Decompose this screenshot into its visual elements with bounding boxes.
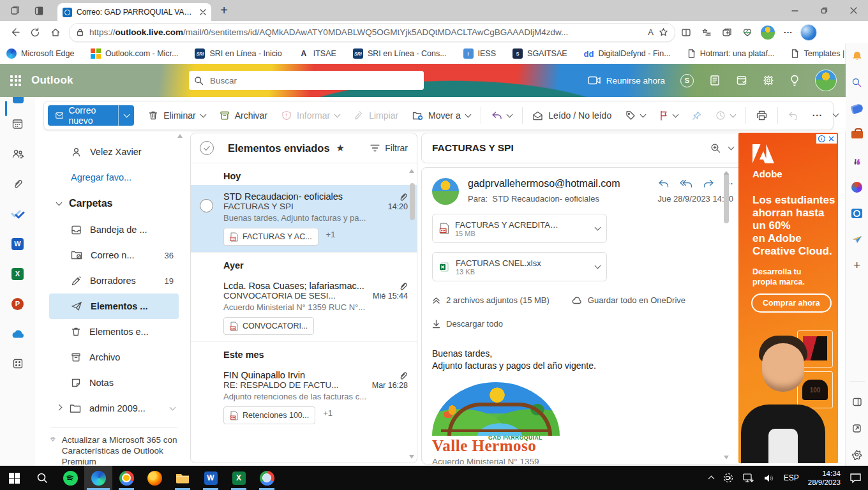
message-row-3[interactable]: FIN Quinapallo Irvin RE: RESPALDO DE FAC… [191,364,417,431]
reading-scroll-up[interactable] [724,171,729,175]
pin-button[interactable] [685,104,708,127]
attachment-menu-icon[interactable] [595,225,601,231]
bookmark-iess[interactable]: I IESS [463,48,497,59]
ad-cta-button[interactable]: Comprar ahora [751,293,832,313]
powerpoint-app-icon[interactable]: P [9,295,27,313]
print-button[interactable] [750,104,774,127]
browser-tab[interactable]: Correo: GAD PARROQUIAL VALLE [57,3,211,21]
taskbar-chrome-profile-icon[interactable] [253,466,281,490]
new-mail-dropdown[interactable] [118,105,134,126]
reply-all-icon[interactable] [680,179,692,188]
skype-icon[interactable]: S [680,74,694,87]
attachment-chip[interactable]: FACTURAS Y AC... [223,228,318,246]
folder-scroll-up[interactable] [177,134,183,138]
action-center-icon[interactable] [849,473,862,484]
word-app-icon[interactable]: W [9,235,27,253]
tab-close-icon[interactable] [200,9,206,15]
folder-junk[interactable]: Correo n... 36 [49,242,179,268]
reply-button[interactable] [485,104,518,127]
bookmark-sgaitsae[interactable]: S SGAITSAE [513,48,567,59]
folder-deleted-items[interactable]: Elementos e... [49,319,179,345]
sidebar-toolbox-icon[interactable] [849,127,865,142]
volume-icon[interactable] [763,473,775,483]
new-mail-button[interactable]: Correo nuevo [48,105,118,126]
ad-info-icon[interactable] [818,135,826,143]
account-avatar[interactable] [815,70,837,91]
sidebar-shopping-icon[interactable] [849,101,865,116]
expand-folder-icon[interactable] [56,405,63,411]
attachment-menu-icon[interactable] [595,263,601,269]
refresh-icon[interactable] [26,23,45,42]
folder-drafts[interactable]: Borradores 19 [49,268,179,293]
sidebar-m365-icon[interactable] [849,179,865,195]
upgrade-premium-link[interactable]: Actualizar a Microsoft 365 con Caracterí… [50,427,177,467]
favorite-star-icon[interactable] [659,27,668,37]
close-button[interactable] [839,0,868,21]
collections-icon[interactable] [697,23,716,42]
sidebar-outlook-icon[interactable] [849,205,865,221]
message-row-2[interactable]: Lcda. Rosa Cuases; lafariasmac... CONVOC… [191,274,417,342]
zoom-icon[interactable] [710,143,721,154]
folder-dropdown-icon[interactable] [170,405,176,411]
tab-groups-icon[interactable] [717,23,737,42]
message-row-1[interactable]: STD Recaudacion- eoficiales FACTURAS Y S… [191,185,417,253]
download-all-button[interactable]: Descargar todo [432,319,733,329]
sidebar-designer-icon[interactable] [849,232,865,247]
message-select-circle[interactable] [200,199,213,212]
more-attachments-badge[interactable]: +1 [326,230,336,239]
start-button[interactable] [0,466,28,490]
tray-meet-icon[interactable] [722,473,734,483]
taskbar-search-icon[interactable] [28,466,56,490]
bookmark-sri-inicio[interactable]: SRI SRI en Línea - Inicio [195,48,281,59]
ad-banner[interactable]: Adobe Los estudiantes ahorran hasta un 6… [738,133,838,463]
more-commands-button[interactable]: ... [806,101,829,130]
profile-avatar[interactable] [758,23,777,42]
attachment-card-xlsx[interactable]: FACTURAS CNEL.xlsx 13 KB [432,252,607,281]
taskbar-excel-icon[interactable]: X [225,466,253,490]
tab-actions-icon[interactable] [29,3,49,19]
favorite-folder-star-icon[interactable]: ★ [336,142,345,154]
save-onedrive-button[interactable]: Guardar todo en OneDrive [571,295,685,305]
sidebar-split-icon[interactable] [849,394,865,410]
notes-feed-icon[interactable] [709,75,721,86]
collapse-ribbon-icon[interactable] [833,111,839,117]
forward-icon[interactable] [703,179,714,188]
list-scrollbar[interactable] [410,183,415,220]
to-recipient[interactable]: STD Recaudacion- eoficiales [492,194,599,204]
calendar-module-icon[interactable] [9,115,27,133]
folder-notes[interactable]: Notas [49,370,179,396]
taskbar-chrome-icon[interactable] [112,466,140,490]
app-launcher-icon[interactable] [10,75,21,86]
reply-icon[interactable] [658,179,670,188]
sidebar-games-icon[interactable] [849,153,865,168]
url-field[interactable]: https://outlook.live.com/mail/0/sentitem… [69,23,675,42]
new-mail-split-button[interactable]: Correo nuevo [48,105,134,126]
categorize-button[interactable] [619,104,652,127]
browser-essentials-icon[interactable] [738,23,757,42]
reading-scroll-down[interactable] [724,456,729,459]
move-to-button[interactable]: Mover a [406,104,477,127]
browser-more-icon[interactable]: ... [779,21,798,44]
list-scroll-up[interactable] [409,169,414,173]
bookmark-sri-consultas[interactable]: SRI SRI en Línea - Cons... [353,48,447,59]
sidebar-add-icon[interactable]: + [849,258,865,273]
more-attachments-badge[interactable]: +1 [323,408,333,418]
sidebar-search-icon[interactable] [849,75,865,90]
read-unread-button[interactable]: Leído / No leído [526,104,618,127]
folders-section-header[interactable]: Carpetas [49,190,190,217]
todo-app-icon[interactable] [9,205,27,223]
back-icon[interactable] [5,23,24,42]
select-all-icon[interactable] [200,141,214,155]
bookmark-hotmart[interactable]: Hotmart: una plataf... [687,49,775,58]
ad-close-icon[interactable] [827,135,835,143]
list-scroll-down[interactable] [409,455,414,459]
onedrive-app-icon[interactable] [9,325,27,343]
flag-button[interactable] [653,104,684,127]
sidebar-settings-icon[interactable] [849,447,865,462]
filter-button[interactable]: Filtrar [370,143,408,153]
settings-gear-icon[interactable] [763,75,774,86]
folder-sent-items[interactable]: Elementos ... [49,293,179,319]
reading-scrollbar[interactable] [724,172,729,223]
archive-button[interactable]: Archivar [213,104,274,127]
attachment-chip[interactable]: Retenciones 100... [223,406,315,424]
